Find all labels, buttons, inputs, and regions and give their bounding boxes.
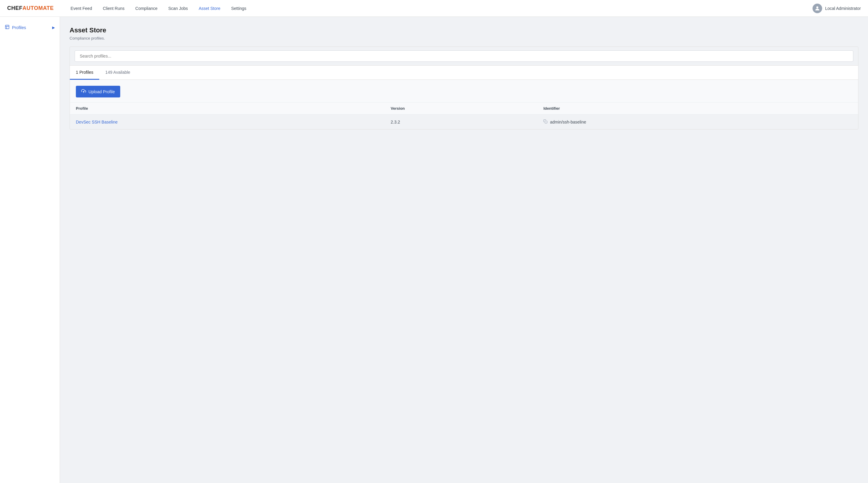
profiles-card: 1 Profiles 149 Available Upload Profile — [69, 47, 859, 129]
user-section: Local Administrator — [812, 4, 861, 13]
user-name: Local Administrator — [825, 6, 861, 11]
nav-client-runs[interactable]: Client Runs — [98, 4, 129, 13]
identifier-cell: admin/ssh-baseline — [537, 115, 858, 129]
tab-my-profiles[interactable]: 1 Profiles — [70, 66, 99, 80]
sidebar-profiles-label: Profiles — [12, 25, 26, 30]
search-wrapper — [70, 47, 858, 66]
nav-links: Event Feed Client Runs Compliance Scan J… — [66, 4, 812, 13]
identifier-container: admin/ssh-baseline — [543, 119, 852, 124]
top-nav: CHEFAUTOMATE Event Feed Client Runs Comp… — [0, 0, 868, 17]
sidebar: Profiles ▶ — [0, 17, 60, 483]
nav-compliance[interactable]: Compliance — [130, 4, 162, 13]
table-body: DevSec SSH Baseline 2.3.2 — [70, 115, 858, 129]
profile-name-cell: DevSec SSH Baseline — [70, 115, 385, 129]
version-cell: 2.3.2 — [385, 115, 537, 129]
upload-section: Upload Profile — [70, 80, 858, 102]
nav-asset-store[interactable]: Asset Store — [194, 4, 225, 13]
identifier-value: admin/ssh-baseline — [550, 120, 586, 124]
app-layout: Profiles ▶ Asset Store Compliance profil… — [0, 17, 868, 483]
svg-rect-5 — [545, 121, 548, 123]
logo: CHEFAUTOMATE — [7, 5, 54, 11]
col-version: Version — [385, 102, 537, 115]
svg-rect-1 — [5, 25, 9, 29]
svg-point-0 — [816, 6, 818, 8]
page-subtitle: Compliance profiles. — [69, 36, 859, 40]
profile-link[interactable]: DevSec SSH Baseline — [76, 120, 118, 124]
avatar[interactable] — [812, 4, 822, 13]
nav-scan-jobs[interactable]: Scan Jobs — [163, 4, 192, 13]
col-identifier: Identifier — [537, 102, 858, 115]
profiles-table: Profile Version Identifier DevSec SSH Ba… — [70, 102, 858, 129]
main-content: Asset Store Compliance profiles. 1 Profi… — [60, 17, 868, 483]
sidebar-item-profiles[interactable]: Profiles ▶ — [0, 22, 60, 33]
sidebar-item-left: Profiles — [5, 25, 26, 30]
table-row: DevSec SSH Baseline 2.3.2 — [70, 115, 858, 129]
nav-settings[interactable]: Settings — [226, 4, 251, 13]
logo-chef: CHEF — [7, 5, 23, 11]
upload-button-label: Upload Profile — [88, 89, 115, 94]
copy-icon[interactable] — [543, 119, 548, 124]
tabs: 1 Profiles 149 Available — [70, 66, 858, 80]
col-profile: Profile — [70, 102, 385, 115]
chevron-right-icon: ▶ — [52, 26, 55, 30]
upload-profile-button[interactable]: Upload Profile — [76, 86, 120, 97]
table-header: Profile Version Identifier — [70, 102, 858, 115]
cloud-upload-icon — [81, 89, 86, 94]
tab-available[interactable]: 149 Available — [99, 66, 136, 80]
logo-automate: AUTOMATE — [23, 5, 54, 11]
nav-event-feed[interactable]: Event Feed — [66, 4, 97, 13]
search-input[interactable] — [75, 50, 853, 62]
page-title: Asset Store — [69, 26, 859, 34]
profiles-icon — [5, 25, 9, 30]
